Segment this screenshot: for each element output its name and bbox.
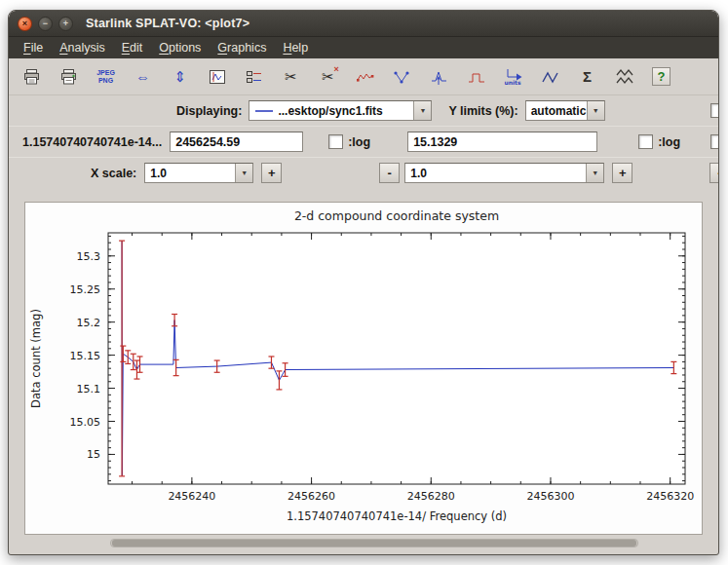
graphics-region-icon <box>208 68 227 86</box>
x-log-label: :log <box>348 135 370 149</box>
svg-text:2456300: 2456300 <box>526 490 574 503</box>
y-coordinate-input[interactable] <box>407 132 597 152</box>
dropdown-arrow-icon[interactable]: ▼ <box>413 101 431 120</box>
x-log-checkbox[interactable] <box>328 134 343 149</box>
menu-options[interactable]: Options <box>151 39 209 56</box>
coordinate-prefix-label: 1.15740740740741e-14... <box>22 135 162 149</box>
step-function-button[interactable] <box>463 63 489 90</box>
menu-file[interactable]: File <box>16 39 51 56</box>
svg-text:2456240: 2456240 <box>168 490 215 503</box>
statistics-button[interactable]: Σ <box>574 63 600 90</box>
cutter-config-icon <box>245 68 264 86</box>
x-scale-value: 1.0 <box>150 167 167 180</box>
fit-width-icon: ⇔ <box>135 69 150 84</box>
cut-button[interactable]: ✂ <box>278 63 304 90</box>
svg-text:15.2: 15.2 <box>77 317 101 329</box>
x-scale-minus-button[interactable]: - <box>379 163 400 183</box>
clipped-checkbox[interactable] <box>710 103 718 118</box>
export-jpeg-png-button[interactable]: JPEGPNG <box>93 63 119 90</box>
y-log-checkbox[interactable] <box>638 134 653 149</box>
x-scale-label: X scale: <box>91 167 136 180</box>
y-limits-label: Y limits (%): <box>448 104 517 118</box>
displaying-value: ...esktop/sync1.fits <box>249 101 413 120</box>
units-button[interactable]: units <box>500 63 526 90</box>
dropdown-arrow-icon[interactable]: ▼ <box>586 164 603 182</box>
svg-text:2-d compound coordinate system: 2-d compound coordinate system <box>294 208 499 223</box>
svg-text:1.15740740740741e-14/ Frequenc: 1.15740740740741e-14/ Frequency (d) <box>287 509 507 523</box>
y-limits-value: automatic <box>531 104 587 118</box>
peak-fit-icon <box>430 67 448 86</box>
step-function-icon <box>467 68 486 86</box>
spectrum-wave-button[interactable] <box>352 63 378 90</box>
polyline-icon <box>541 68 559 86</box>
polyline-button[interactable] <box>537 63 563 90</box>
dropdown-arrow-icon[interactable]: ▼ <box>235 164 252 182</box>
plot-canvas[interactable]: 245624024562602456280245630024563201515.… <box>26 207 701 529</box>
sigma-icon: Σ <box>583 69 592 84</box>
menu-edit[interactable]: Edit <box>114 39 151 56</box>
y-limits-combobox[interactable]: automatic ▼ <box>525 100 605 121</box>
svg-text:2456260: 2456260 <box>287 490 335 503</box>
menu-analysis[interactable]: Analysis <box>52 39 113 56</box>
fit-width-button[interactable]: ⇔ <box>130 63 156 90</box>
svg-text:2456280: 2456280 <box>407 490 455 503</box>
plot-h-scrollbar[interactable] <box>110 539 638 547</box>
svg-text:2456320: 2456320 <box>646 490 694 503</box>
peak-fit-button[interactable] <box>426 63 452 90</box>
cutter-config-button[interactable] <box>241 63 267 90</box>
toolbar: JPEGPNG ⇔ ⇕ ✂ ✂× u <box>9 58 718 95</box>
svg-text:15.15: 15.15 <box>70 350 101 362</box>
y-scale-combobox[interactable]: 1.0 ▼ <box>404 163 604 183</box>
x-coordinate-input[interactable] <box>170 132 303 152</box>
clipped-minus-button[interactable]: - <box>709 163 718 183</box>
fit-height-icon: ⇕ <box>173 69 186 84</box>
graphics-region-button[interactable] <box>204 63 230 90</box>
error-bars-icon <box>393 68 411 86</box>
help-button[interactable]: ? <box>648 63 674 90</box>
y-scale-plus-button[interactable]: + <box>612 163 632 183</box>
svg-text:15.3: 15.3 <box>77 250 101 263</box>
print-postscript-button[interactable] <box>56 63 82 90</box>
window-title: Starlink SPLAT-VO: <plot7> <box>86 17 249 30</box>
titlebar[interactable]: × − + Starlink SPLAT-VO: <plot7> <box>9 11 718 37</box>
multi-zigzag-icon <box>615 67 634 86</box>
menubar: File Analysis Edit Options Graphics Help <box>9 37 718 58</box>
spectrum-line-icon <box>254 106 274 116</box>
y-log-label: :log <box>658 135 680 149</box>
app-window: × − + Starlink SPLAT-VO: <plot7> File An… <box>8 10 719 555</box>
cut-icon: ✂ <box>285 69 297 84</box>
units-icon: units <box>503 67 524 86</box>
coordinates-row: 1.15740740740741e-14... :log :log <box>9 126 718 157</box>
spectrum-wave-icon <box>356 68 375 86</box>
error-bars-button[interactable] <box>389 63 415 90</box>
svg-text:15.25: 15.25 <box>70 283 101 296</box>
print-button[interactable] <box>19 63 45 90</box>
svg-text:units: units <box>504 79 520 86</box>
menu-graphics[interactable]: Graphics <box>210 39 274 56</box>
clipped-checkbox[interactable] <box>710 134 718 149</box>
minimize-button[interactable]: − <box>38 17 53 31</box>
cut-remove-button[interactable]: ✂× <box>315 63 341 90</box>
menu-help[interactable]: Help <box>275 39 316 56</box>
x-scale-plus-button[interactable]: + <box>261 163 282 183</box>
maximize-button[interactable]: + <box>58 17 73 31</box>
displaying-row: Displaying: ...esktop/sync1.fits ▼ Y lim… <box>9 95 718 126</box>
x-scale-combobox[interactable]: 1.0 ▼ <box>144 163 253 183</box>
scrollbar-thumb[interactable] <box>112 540 636 546</box>
fit-height-button[interactable]: ⇕ <box>167 63 193 90</box>
svg-text:15.1: 15.1 <box>77 383 101 396</box>
dropdown-arrow-icon[interactable]: ▼ <box>587 101 604 120</box>
cut-remove-icon: ✂× <box>322 69 334 84</box>
scale-row: X scale: 1.0 ▼ + - 1.0 ▼ + - <box>9 157 718 188</box>
print-postscript-icon <box>59 68 78 86</box>
close-button[interactable]: × <box>18 17 32 31</box>
jpeg-png-icon: JPEGPNG <box>96 69 115 84</box>
displaying-combobox[interactable]: ...esktop/sync1.fits ▼ <box>249 100 432 121</box>
help-icon: ? <box>652 67 671 86</box>
print-icon <box>22 68 41 86</box>
displaying-label: Displaying: <box>176 104 242 118</box>
svg-text:Data count (mag): Data count (mag) <box>29 309 43 408</box>
svg-text:15: 15 <box>87 448 100 461</box>
y-scale-value: 1.0 <box>410 167 427 180</box>
multi-spectra-button[interactable] <box>611 63 637 90</box>
